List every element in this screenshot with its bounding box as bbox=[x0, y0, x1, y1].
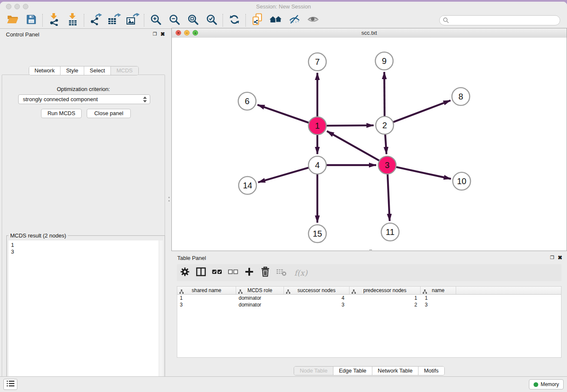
mcds-result-box: MCDS result (2 nodes) 1 3 bbox=[6, 235, 165, 392]
search-input[interactable] bbox=[439, 15, 560, 25]
network-canvas[interactable]: 7968124314101511 bbox=[172, 38, 567, 251]
table-cell[interactable]: 3 bbox=[284, 301, 350, 308]
edge-3-11[interactable] bbox=[388, 174, 390, 221]
edge-3-1[interactable] bbox=[327, 131, 380, 161]
show-all-networks-button[interactable] bbox=[267, 13, 285, 28]
mcds-result-list[interactable]: 1 3 bbox=[8, 240, 163, 392]
delete-columns-button[interactable] bbox=[257, 266, 273, 279]
import-table-button[interactable] bbox=[63, 13, 82, 28]
tab-edge-table[interactable]: Edge Table bbox=[333, 367, 372, 375]
edge-1-2[interactable] bbox=[326, 125, 374, 126]
column-header-shared-name[interactable]: shared name bbox=[177, 287, 236, 295]
import-network-button[interactable] bbox=[45, 13, 63, 28]
network-window-titlebar[interactable]: ✕ − ＋ scc.txt bbox=[172, 28, 567, 38]
node-label-1: 1 bbox=[315, 121, 319, 130]
unchecked-boxes-icon bbox=[228, 267, 238, 278]
canvas-resize-grip[interactable] bbox=[369, 249, 372, 251]
column-type-icon bbox=[352, 288, 356, 295]
table-cell[interactable]: 1 bbox=[421, 295, 456, 301]
table-cell[interactable]: 4 bbox=[284, 295, 350, 301]
table-cell[interactable]: dominator bbox=[236, 295, 284, 301]
save-session-button[interactable] bbox=[22, 13, 41, 28]
split-columns-icon bbox=[196, 267, 206, 278]
edge-3-10[interactable] bbox=[396, 167, 451, 179]
edge-1-6[interactable] bbox=[258, 105, 309, 123]
zoom-out-button[interactable] bbox=[165, 13, 184, 28]
close-window-button[interactable] bbox=[6, 4, 11, 9]
task-history-button[interactable] bbox=[3, 379, 17, 390]
toolbar-separator bbox=[84, 14, 85, 27]
checked-boxes-icon bbox=[212, 267, 222, 278]
zoom-fit-button[interactable] bbox=[184, 13, 202, 28]
tab-network[interactable]: Network bbox=[29, 66, 61, 75]
float-panel-icon[interactable]: ❐ bbox=[550, 255, 554, 260]
show-selected-button[interactable] bbox=[304, 13, 322, 28]
apply-layout-button[interactable] bbox=[225, 13, 244, 28]
deselect-all-rows-button[interactable] bbox=[225, 266, 241, 279]
table-cell[interactable]: dominator bbox=[236, 301, 284, 308]
select-all-rows-button[interactable] bbox=[209, 266, 225, 279]
table-row[interactable]: 1dominator411 bbox=[177, 295, 561, 301]
minimize-window-button[interactable] bbox=[14, 4, 20, 9]
optimization-criterion-label: Optimization criterion: bbox=[2, 86, 165, 92]
column-settings-button[interactable] bbox=[177, 266, 193, 279]
toolbar-separator bbox=[245, 14, 246, 27]
delete-table-button[interactable] bbox=[273, 266, 289, 279]
tab-mcds[interactable]: MCDS bbox=[111, 66, 138, 75]
clone-network-button[interactable] bbox=[248, 13, 267, 28]
export-network-button[interactable] bbox=[86, 13, 105, 28]
close-panel-icon[interactable]: ✖ bbox=[160, 31, 165, 37]
column-header-MCDS-role[interactable]: MCDS role bbox=[236, 287, 284, 295]
result-scrollbar[interactable] bbox=[159, 240, 163, 392]
table-cell[interactable]: 3 bbox=[177, 301, 236, 308]
zoom-in-button[interactable] bbox=[146, 13, 165, 28]
optimization-criterion-select[interactable]: strongly connected component bbox=[18, 94, 150, 104]
tab-node-table[interactable]: Node Table bbox=[294, 367, 333, 375]
table-cell[interactable]: 1 bbox=[177, 295, 236, 301]
memory-button[interactable]: Memory bbox=[529, 379, 564, 389]
column-type-icon bbox=[179, 288, 184, 295]
edge-2-8[interactable] bbox=[393, 100, 451, 122]
eye-icon bbox=[307, 14, 319, 26]
plus-icon bbox=[245, 267, 254, 278]
minimize-network-button[interactable]: − bbox=[184, 30, 190, 36]
edge-2-3[interactable] bbox=[385, 134, 386, 154]
network-graph[interactable]: 7968124314101511 bbox=[172, 38, 567, 251]
maximize-window-button[interactable] bbox=[23, 4, 28, 9]
table-header-row: shared nameMCDS rolesuccessor nodesprede… bbox=[177, 287, 561, 295]
column-header-successor-nodes[interactable]: successor nodes bbox=[284, 287, 350, 295]
node-label-7: 7 bbox=[315, 57, 319, 66]
open-session-button[interactable] bbox=[3, 13, 22, 28]
edge-2-9[interactable] bbox=[384, 72, 385, 116]
panel-splitter[interactable] bbox=[168, 197, 170, 206]
close-panel-button[interactable]: Close panel bbox=[87, 109, 131, 118]
function-builder-button[interactable]: f(x) bbox=[289, 266, 312, 279]
tab-motifs[interactable]: Motifs bbox=[418, 367, 444, 375]
split-panel-button[interactable] bbox=[193, 266, 209, 279]
fx-icon: f(x) bbox=[295, 268, 308, 277]
maximize-network-button[interactable]: ＋ bbox=[193, 30, 198, 36]
close-panel-icon[interactable]: ✖ bbox=[558, 255, 562, 260]
table-cell[interactable]: 1 bbox=[350, 295, 421, 301]
tab-style[interactable]: Style bbox=[61, 66, 84, 75]
trash-icon bbox=[261, 267, 270, 279]
table-cell[interactable]: 2 bbox=[350, 301, 421, 308]
add-column-button[interactable] bbox=[241, 266, 257, 279]
column-header-name[interactable]: name bbox=[421, 287, 456, 295]
title-bar: Session: New Session bbox=[0, 2, 567, 12]
tab-select[interactable]: Select bbox=[84, 66, 111, 75]
tab-network-table[interactable]: Network Table bbox=[372, 367, 418, 375]
table-cell[interactable]: 3 bbox=[421, 301, 456, 308]
column-header-predecessor-nodes[interactable]: predecessor nodes bbox=[350, 287, 421, 295]
export-image-button[interactable] bbox=[124, 13, 142, 28]
node-table: shared nameMCDS rolesuccessor nodesprede… bbox=[177, 286, 561, 358]
close-network-button[interactable]: ✕ bbox=[176, 30, 181, 36]
hide-selected-button[interactable] bbox=[285, 13, 304, 28]
list-icon bbox=[6, 380, 15, 389]
export-table-button[interactable] bbox=[105, 13, 124, 28]
table-row[interactable]: 3dominator323 bbox=[177, 301, 561, 308]
edge-4-14[interactable] bbox=[258, 168, 309, 182]
float-panel-icon[interactable]: ❐ bbox=[153, 32, 157, 36]
zoom-selected-button[interactable] bbox=[202, 13, 221, 28]
run-mcds-button[interactable]: Run MCDS bbox=[41, 109, 82, 118]
